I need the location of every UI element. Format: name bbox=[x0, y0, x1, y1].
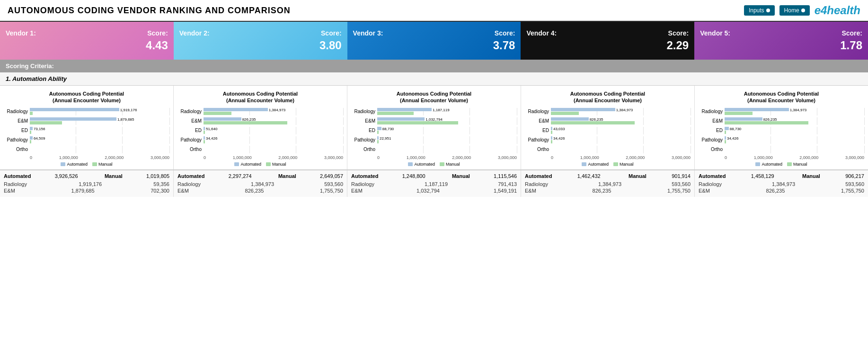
legend-manual-box bbox=[440, 162, 444, 166]
chart-title: Autonomous Coding Potential(Annual Encou… bbox=[351, 90, 517, 104]
bar-automated bbox=[377, 108, 432, 111]
vendor-label: Vendor 3: bbox=[353, 29, 383, 37]
bar-container: 1,032,794 bbox=[377, 117, 517, 125]
bar-chart: Radiology 1,384,973 E&M bbox=[177, 108, 343, 153]
bar-row: Radiology 1,384,973 bbox=[177, 108, 343, 115]
vendor-score-value: 2.29 bbox=[666, 39, 689, 52]
stats-line: Radiology 1,919,176 59,356 bbox=[4, 181, 169, 187]
bar-automated bbox=[30, 108, 119, 111]
bar-label: Radiology bbox=[699, 109, 725, 114]
legend-automated: Automated bbox=[61, 162, 88, 167]
legend-manual: Manual bbox=[266, 162, 286, 167]
chart-axis: 0 1,000,000 2,000,000 3,000,000 bbox=[525, 155, 691, 160]
stats-card-4: Automated 1,462,432 Manual 901,914 Radio… bbox=[521, 170, 695, 197]
manual-value: 2,649,057 bbox=[320, 173, 343, 179]
bar-row: Radiology 1,187,119 bbox=[351, 108, 517, 115]
vendor-label: Vendor 4: bbox=[526, 29, 557, 37]
charts-row: Autonomous Coding Potential(Annual Encou… bbox=[0, 85, 868, 169]
stats-line: Radiology 1,384,973 593,560 bbox=[699, 181, 864, 187]
manual-value: 1,115,546 bbox=[494, 173, 517, 179]
bar-container: 826,235 bbox=[725, 117, 864, 125]
bar-container bbox=[377, 146, 517, 153]
bar-label: Ortho bbox=[177, 147, 204, 152]
bar-row: ED 88,730 bbox=[351, 127, 517, 134]
bar-row: Radiology 1,384,973 bbox=[525, 108, 691, 115]
inputs-label: Inputs bbox=[749, 7, 764, 14]
bar-row: E&M 826,235 bbox=[525, 117, 691, 125]
bar-auto-value: 34,426 bbox=[205, 136, 217, 141]
legend-automated: Automated bbox=[755, 162, 782, 167]
chart-legend: Automated Manual bbox=[699, 162, 864, 167]
legend-automated: Automated bbox=[582, 162, 609, 167]
automated-label: Automated bbox=[4, 173, 31, 179]
bar-label: Pathology bbox=[4, 137, 30, 142]
bar-manual bbox=[377, 121, 458, 124]
bar-label: ED bbox=[699, 128, 725, 133]
bar-auto-value: 1,384,973 bbox=[268, 108, 286, 112]
automated-label: Automated bbox=[525, 173, 552, 179]
bar-manual bbox=[377, 140, 379, 143]
automated-label: Automated bbox=[699, 173, 726, 179]
vendor-card-3: Vendor 3: Score: 3.78 bbox=[347, 22, 521, 60]
bar-auto-value: 1,032,794 bbox=[425, 117, 443, 122]
scoring-criteria-bar: Scoring Criteria: bbox=[0, 60, 868, 72]
bar-container: 1,187,119 bbox=[377, 108, 517, 115]
vendor-card-2: Vendor 2: Score: 3.80 bbox=[174, 22, 347, 60]
bar-auto-value: 826,235 bbox=[762, 117, 777, 122]
legend-manual-box bbox=[613, 162, 618, 166]
bar-auto-value: 22,951 bbox=[379, 136, 391, 141]
bar-row: Pathology 34,426 bbox=[699, 136, 864, 144]
stats-top: Automated 1,248,800 Manual 1,115,546 bbox=[351, 173, 517, 179]
automated-value: 1,458,129 bbox=[751, 173, 774, 179]
bar-container: 22,951 bbox=[377, 136, 517, 144]
bar-auto-value: 1,384,973 bbox=[615, 108, 633, 112]
section1-label: 1. Automation Ability bbox=[6, 75, 67, 82]
stats-row: Automated 3,926,526 Manual 1,019,805 Rad… bbox=[0, 169, 868, 197]
bar-container: 51,640 bbox=[204, 127, 343, 134]
bar-manual bbox=[725, 112, 753, 115]
vendor-score-row: Vendor 1: Score: 4.43 Vendor 2: Score: 3… bbox=[0, 22, 868, 60]
stats-line: E&M 1,032,794 1,549,191 bbox=[351, 187, 517, 194]
bar-row: ED 51,640 bbox=[177, 127, 343, 134]
bar-manual bbox=[30, 131, 31, 134]
home-button[interactable]: Home bbox=[779, 5, 810, 16]
chart-title: Autonomous Coding Potential(Annual Encou… bbox=[177, 90, 343, 104]
chart-axis: 0 1,000,000 2,000,000 3,000,000 bbox=[4, 155, 169, 160]
legend-manual: Manual bbox=[613, 162, 634, 167]
stats-top: Automated 1,458,129 Manual 906,217 bbox=[699, 173, 864, 179]
bar-chart: Radiology 1,919,176 E&M bbox=[4, 108, 169, 153]
automated-value: 2,297,274 bbox=[229, 173, 252, 179]
bar-label: Ortho bbox=[4, 147, 30, 152]
bar-row: E&M 1,879,685 bbox=[4, 117, 169, 125]
vendor-label: Vendor 2: bbox=[179, 29, 210, 37]
bar-manual bbox=[377, 112, 414, 115]
automated-value: 1,248,800 bbox=[402, 173, 425, 179]
bar-auto-value: 1,879,685 bbox=[116, 117, 134, 122]
bar-container bbox=[204, 146, 343, 153]
chart-title: Autonomous Coding Potential(Annual Encou… bbox=[525, 90, 691, 104]
inputs-button[interactable]: Inputs bbox=[744, 5, 775, 16]
bar-label: Ortho bbox=[351, 147, 377, 152]
chart-axis: 0 1,000,000 2,000,000 3,000,000 bbox=[351, 155, 517, 160]
home-indicator bbox=[801, 9, 805, 12]
bar-automated bbox=[551, 108, 615, 111]
bar-label: Pathology bbox=[525, 137, 551, 142]
page-title: AUTONOMOUS CODING VENDOR RANKING AND COM… bbox=[8, 6, 291, 16]
bar-row: Ortho bbox=[4, 146, 169, 153]
home-label: Home bbox=[784, 7, 799, 14]
bar-chart: Radiology 1,187,119 E&M bbox=[351, 108, 517, 153]
bar-row: ED 88,730 bbox=[699, 127, 864, 134]
bar-row: ED 73,156 bbox=[4, 127, 169, 134]
bar-label: E&M bbox=[525, 118, 551, 124]
bar-row: E&M 1,032,794 bbox=[351, 117, 517, 125]
bar-label: ED bbox=[177, 128, 204, 133]
bar-chart: Radiology 1,384,973 E&M bbox=[699, 108, 864, 153]
top-right-controls: Inputs Home e4health bbox=[744, 4, 860, 17]
stats-line: Radiology 1,187,119 791,413 bbox=[351, 181, 517, 187]
bar-auto-value: 73,156 bbox=[33, 127, 45, 131]
manual-value: 1,019,805 bbox=[146, 173, 169, 179]
bar-row: Ortho bbox=[525, 146, 691, 153]
vendor-score-label: Score: bbox=[147, 29, 168, 37]
bar-automated bbox=[204, 117, 241, 121]
bar-manual bbox=[30, 121, 62, 124]
